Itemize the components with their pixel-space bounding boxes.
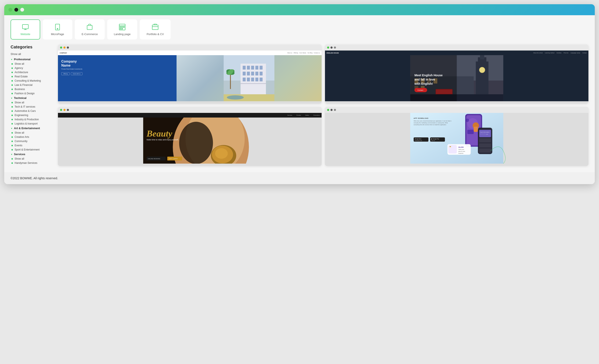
category-art-header[interactable]: ▼ Art & Entertainment xyxy=(10,127,53,130)
company-subtitle: Private Real Estate Investments xyxy=(61,68,173,70)
svg-rect-26 xyxy=(251,72,254,76)
svg-text:$3,250: $3,250 xyxy=(458,146,464,148)
list-item[interactable]: Agency xyxy=(11,66,53,70)
svg-point-71 xyxy=(179,122,213,164)
svg-rect-32 xyxy=(255,78,258,81)
tab-website[interactable]: Website xyxy=(10,19,40,40)
company-buttons: Offering Invest with us xyxy=(61,72,173,75)
card-toolbar-app xyxy=(325,107,589,113)
tab-portfolio[interactable]: Portfolio & CV xyxy=(140,19,171,40)
dot-dark xyxy=(67,109,69,111)
svg-rect-10 xyxy=(152,25,158,30)
list-item[interactable]: Show all xyxy=(11,100,53,105)
list-item[interactable]: Logistics & transport xyxy=(11,121,53,126)
chevron-down-icon: ▼ xyxy=(10,153,13,155)
list-item[interactable]: Handyman Services xyxy=(11,161,53,165)
company-nav: COMPANY About us Offering Core Values Ou… xyxy=(58,51,322,55)
svg-text:Beauty: Beauty xyxy=(146,129,172,139)
svg-text:⬇ App Store: ⬇ App Store xyxy=(415,138,421,139)
card-content-english: ENGLISH HOUSE About the school Learning … xyxy=(325,51,589,101)
svg-point-35 xyxy=(227,95,244,100)
dot-dark xyxy=(330,46,333,49)
chevron-down-icon: ▼ xyxy=(10,58,13,61)
svg-rect-22 xyxy=(255,66,258,69)
svg-rect-29 xyxy=(243,78,246,81)
list-item[interactable]: Architecture xyxy=(11,70,53,74)
svg-rect-0 xyxy=(22,25,28,29)
svg-text:Make time to relax and enjoy y: Make time to relax and enjoy yourself. xyxy=(147,139,179,141)
svg-text:with English!: with English! xyxy=(414,82,433,85)
svg-rect-31 xyxy=(251,78,254,81)
svg-text:ONLINE BOOKING: ONLINE BOOKING xyxy=(148,158,160,159)
dot-green xyxy=(60,46,62,49)
svg-text:Meet English House: Meet English House xyxy=(414,74,442,77)
traffic-light-white[interactable] xyxy=(20,8,24,12)
list-item[interactable]: Events xyxy=(11,143,53,147)
svg-text:and fall in love: and fall in love xyxy=(414,78,435,81)
svg-text:Get it on: Get it on xyxy=(431,140,435,141)
footer: ©2022 BOWWE. All rights reserved. xyxy=(4,172,595,184)
technical-items: Show all Tech & IT services Automotive &… xyxy=(10,100,53,126)
offering-button[interactable]: Offering xyxy=(61,72,70,75)
tab-micropage[interactable]: MicroPage xyxy=(43,19,72,40)
main-layout: Categories Show all ▼ Professional Show … xyxy=(10,45,589,166)
template-company[interactable]: COMPANY About us Offering Core Values Ou… xyxy=(58,45,322,104)
list-item[interactable]: Fashion & Design xyxy=(11,91,53,95)
svg-text:💳: 💳 xyxy=(449,146,451,147)
dot-dark xyxy=(67,46,69,49)
dot-grey xyxy=(334,109,336,111)
list-item[interactable]: Engineering xyxy=(11,113,53,117)
list-item[interactable]: Consulting & Marketing xyxy=(11,79,53,83)
category-technical-header[interactable]: ▼ Technical xyxy=(10,96,53,100)
svg-text:GIFT CARDS: GIFT CARDS xyxy=(169,158,178,159)
svg-rect-41 xyxy=(480,55,484,59)
english-logo: ENGLISH HOUSE xyxy=(327,52,339,54)
svg-text:APP DOWNLOAD: APP DOWNLOAD xyxy=(414,118,428,119)
company-nav-items: About us Offering Core Values Our Blog C… xyxy=(287,52,320,53)
list-item[interactable]: Real Estate xyxy=(11,74,53,79)
categories-title: Categories xyxy=(10,45,53,50)
traffic-light-black[interactable] xyxy=(14,8,18,12)
dot-orange xyxy=(63,109,66,111)
svg-rect-25 xyxy=(247,72,250,76)
list-item[interactable]: Business xyxy=(11,87,53,91)
chevron-down-icon: ▼ xyxy=(10,97,13,99)
list-item[interactable]: Show all xyxy=(11,131,53,135)
template-beauty[interactable]: Services Pricelist Gallery Promotions xyxy=(58,107,322,166)
template-app[interactable]: APP DOWNLOAD Write why users should down… xyxy=(325,107,589,166)
tab-ecommerce[interactable]: E-Commerce xyxy=(75,19,105,40)
dot-orange xyxy=(63,46,66,49)
list-item[interactable]: Sport & Entertainment xyxy=(11,147,53,152)
invest-button[interactable]: Invest with us xyxy=(71,72,82,75)
list-item[interactable]: Tech & IT services xyxy=(11,105,53,109)
template-english-house[interactable]: ENGLISH HOUSE About the school Learning … xyxy=(325,45,589,104)
traffic-light-green[interactable] xyxy=(9,8,12,12)
list-item[interactable]: Industry & Production xyxy=(11,117,53,121)
svg-rect-102 xyxy=(479,143,491,147)
category-services-header[interactable]: ▼ Services xyxy=(10,153,53,156)
titlebar xyxy=(4,4,595,15)
svg-text:Save your: Save your xyxy=(458,149,464,150)
dot-green xyxy=(327,46,329,49)
show-all-top[interactable]: Show all xyxy=(10,52,53,56)
list-item[interactable]: Community xyxy=(11,139,53,143)
list-item[interactable]: Automotive & Cars xyxy=(11,109,53,113)
tab-bar: Website MicroPage E-Commerce xyxy=(10,19,589,40)
svg-rect-93 xyxy=(474,127,478,132)
list-item[interactable]: Show all xyxy=(11,62,53,66)
list-item[interactable]: Show all xyxy=(11,157,53,161)
category-professional-header[interactable]: ▼ Professional xyxy=(10,58,53,61)
tab-landing[interactable]: Landing page xyxy=(107,19,137,40)
svg-rect-5 xyxy=(87,25,92,30)
svg-rect-20 xyxy=(247,66,250,69)
templates-grid: COMPANY About us Offering Core Values Ou… xyxy=(58,45,589,166)
beauty-nav: Services Pricelist Gallery Promotions xyxy=(58,113,322,118)
svg-rect-33 xyxy=(260,78,263,81)
list-item[interactable]: Law & Financial xyxy=(11,83,53,87)
list-item[interactable]: Creative Arts xyxy=(11,135,53,139)
beauty-hero: Beauty Make time to relax and enjoy your… xyxy=(58,118,322,164)
card-toolbar-beauty xyxy=(58,107,322,113)
category-technical: ▼ Technical Show all Tech & IT services … xyxy=(10,96,53,126)
svg-rect-30 xyxy=(247,78,250,81)
sidebar: Categories Show all ▼ Professional Show … xyxy=(10,45,53,166)
